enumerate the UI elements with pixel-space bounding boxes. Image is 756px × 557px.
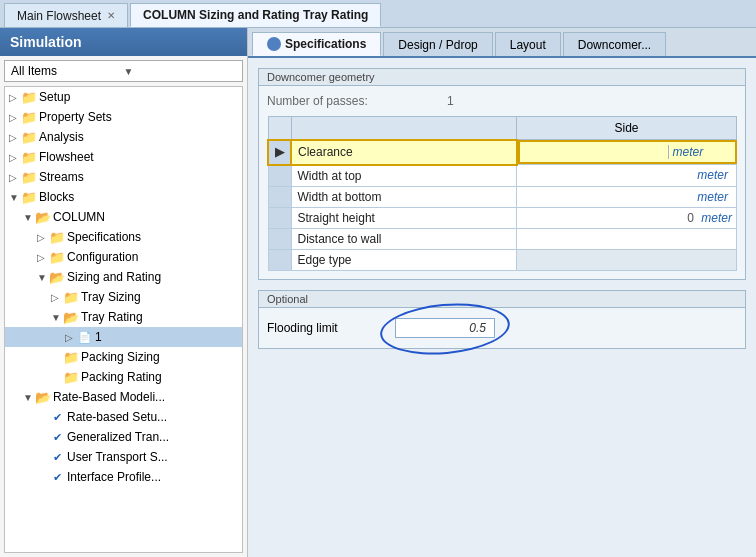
flooding-limit-row: Flooding limit — [267, 318, 737, 338]
sidebar-tree: ▷ 📁 Setup ▷ 📁 Property Sets ▷ 📁 Analysis… — [4, 86, 243, 553]
table-header-side: Side — [517, 117, 737, 140]
tree-item-sizing-rating[interactable]: ▼ 📂 Sizing and Rating — [5, 267, 242, 287]
table-row-distance-wall[interactable]: Distance to wall — [268, 228, 737, 249]
tree-item-tray-rating-1[interactable]: ▷ 📄 1 — [5, 327, 242, 347]
folder-icon: 📁 — [21, 109, 37, 125]
tree-item-flowsheet[interactable]: ▷ 📁 Flowsheet — [5, 147, 242, 167]
straight-height-unit: meter — [701, 211, 732, 225]
folder-blue-icon: 📂 — [35, 389, 51, 405]
row-indicator — [268, 186, 291, 207]
tab-bar: Main Flowsheet ✕ COLUMN Sizing and Ratin… — [0, 0, 756, 28]
row-indicator: ▶ — [268, 140, 291, 165]
tab-main-flowsheet[interactable]: Main Flowsheet ✕ — [4, 3, 128, 27]
property-clearance: Clearance — [291, 140, 517, 165]
downcomer-geometry-title: Downcomer geometry — [259, 69, 745, 86]
main-layout: Simulation All Items ▼ ▷ 📁 Setup ▷ 📁 Pro… — [0, 28, 756, 557]
folder-icon: 📁 — [63, 369, 79, 385]
tree-item-generalized[interactable]: ✔ Generalized Tran... — [5, 427, 242, 447]
tree-item-tray-sizing[interactable]: ▷ 📁 Tray Sizing — [5, 287, 242, 307]
check-icon: ✔ — [49, 469, 65, 485]
all-items-dropdown[interactable]: All Items ▼ — [4, 60, 243, 82]
tab-downcomer[interactable]: Downcomer... — [563, 32, 666, 56]
flooding-limit-input[interactable] — [395, 318, 495, 338]
tab-design-pdrop[interactable]: Design / Pdrop — [383, 32, 492, 56]
straight-height-value[interactable]: 0 — [687, 211, 694, 225]
tree-item-configuration[interactable]: ▷ 📁 Configuration — [5, 247, 242, 267]
downcomer-geometry-section: Downcomer geometry Number of passes: 1 S… — [258, 68, 746, 280]
tree-item-setup[interactable]: ▷ 📁 Setup — [5, 87, 242, 107]
row-indicator — [268, 207, 291, 228]
width-top-unit: meter — [517, 165, 737, 187]
table-header-indicator — [268, 117, 291, 140]
folder-blue-icon: 📂 — [49, 269, 65, 285]
property-distance-wall: Distance to wall — [291, 228, 517, 249]
right-panel: Specifications Design / Pdrop Layout Dow… — [248, 28, 756, 557]
folder-icon: 📁 — [49, 229, 65, 245]
optional-section: Optional Flooding limit — [258, 290, 746, 349]
check-icon: ✔ — [49, 429, 65, 445]
row-indicator — [268, 249, 291, 270]
tree-item-packing-rating[interactable]: 📁 Packing Rating — [5, 367, 242, 387]
table-row-clearance[interactable]: ▶ Clearance meter — [268, 140, 737, 165]
table-header-property — [291, 117, 517, 140]
sidebar-title: Simulation — [0, 28, 247, 56]
tree-item-interface-profiles[interactable]: ✔ Interface Profile... — [5, 467, 242, 487]
row-indicator — [268, 165, 291, 187]
tree-item-property-sets[interactable]: ▷ 📁 Property Sets — [5, 107, 242, 127]
tree-item-blocks[interactable]: ▼ 📁 Blocks — [5, 187, 242, 207]
tree-item-user-transport[interactable]: ✔ User Transport S... — [5, 447, 242, 467]
property-width-top: Width at top — [291, 165, 517, 187]
folder-icon: 📁 — [21, 129, 37, 145]
folder-blue-icon: 📂 — [35, 209, 51, 225]
num-passes-row: Number of passes: 1 — [267, 94, 737, 108]
folder-icon: 📁 — [63, 289, 79, 305]
folder-icon: 📁 — [21, 149, 37, 165]
downcomer-table: Side ▶ Clearance meter — [267, 116, 737, 271]
tree-item-column[interactable]: ▼ 📂 COLUMN — [5, 207, 242, 227]
clearance-unit: meter — [669, 145, 729, 159]
tree-item-analysis[interactable]: ▷ 📁 Analysis — [5, 127, 242, 147]
tree-item-rate-based-setup[interactable]: ✔ Rate-based Setu... — [5, 407, 242, 427]
close-main-flowsheet[interactable]: ✕ — [107, 10, 115, 21]
tab-layout[interactable]: Layout — [495, 32, 561, 56]
specifications-tab-icon — [267, 37, 281, 51]
property-width-bottom: Width at bottom — [291, 186, 517, 207]
check-icon: ✔ — [49, 449, 65, 465]
table-row-width-bottom[interactable]: Width at bottom meter — [268, 186, 737, 207]
folder-icon: 📁 — [21, 189, 37, 205]
table-row-straight-height[interactable]: Straight height 0 meter — [268, 207, 737, 228]
tree-item-specifications[interactable]: ▷ 📁 Specifications — [5, 227, 242, 247]
tree-item-tray-rating[interactable]: ▼ 📂 Tray Rating — [5, 307, 242, 327]
content-area: Downcomer geometry Number of passes: 1 S… — [248, 58, 756, 557]
section-content: Number of passes: 1 Side — [259, 86, 745, 279]
folder-icon: 📁 — [21, 89, 37, 105]
tree-item-rate-based[interactable]: ▼ 📂 Rate-Based Modeli... — [5, 387, 242, 407]
flooding-input-wrapper — [395, 318, 495, 338]
width-bottom-unit: meter — [517, 186, 737, 207]
tab-specifications[interactable]: Specifications — [252, 32, 381, 56]
sidebar: Simulation All Items ▼ ▷ 📁 Setup ▷ 📁 Pro… — [0, 28, 248, 557]
folder-icon: 📁 — [63, 349, 79, 365]
table-row-width-top[interactable]: Width at top meter — [268, 165, 737, 187]
folder-icon: 📁 — [49, 249, 65, 265]
flooding-limit-label: Flooding limit — [267, 321, 387, 335]
clearance-value[interactable] — [526, 145, 669, 159]
tab-column-sizing[interactable]: COLUMN Sizing and Rating Tray Rating — [130, 3, 381, 27]
row-indicator — [268, 228, 291, 249]
folder-icon: 📁 — [21, 169, 37, 185]
property-straight-height: Straight height — [291, 207, 517, 228]
dropdown-arrow-icon: ▼ — [124, 66, 237, 77]
inner-tabs: Specifications Design / Pdrop Layout Dow… — [248, 28, 756, 58]
property-edge-type: Edge type — [291, 249, 517, 270]
tree-item-packing-sizing[interactable]: 📁 Packing Sizing — [5, 347, 242, 367]
table-row-edge-type[interactable]: Edge type — [268, 249, 737, 270]
optional-content: Flooding limit — [259, 308, 745, 348]
folder-blue-icon: 📂 — [63, 309, 79, 325]
optional-title: Optional — [259, 291, 745, 308]
check-icon: ✔ — [49, 409, 65, 425]
tree-item-streams[interactable]: ▷ 📁 Streams — [5, 167, 242, 187]
page-blue-icon: 📄 — [77, 329, 93, 345]
